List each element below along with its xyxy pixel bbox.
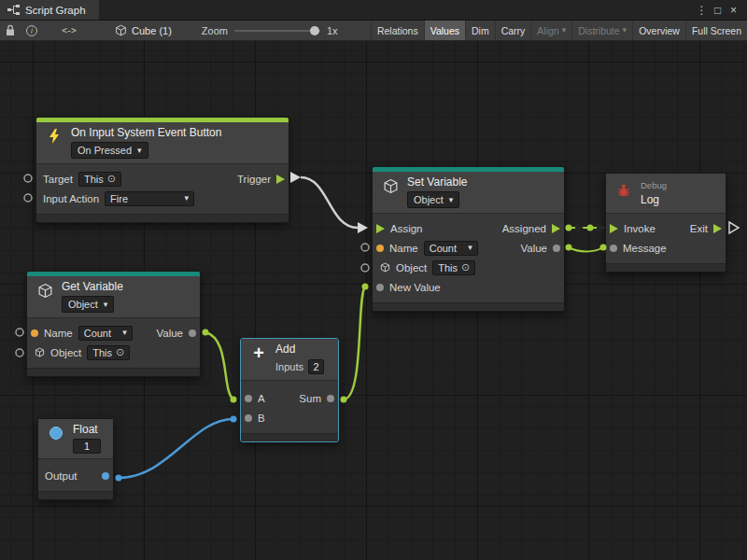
carry-label: Carry [501,25,526,36]
name-row: Name Count ▾ Value [373,238,564,258]
lightning-icon [44,126,64,147]
lock-icon[interactable] [0,21,21,40]
cube-icon [115,24,127,36]
b-port[interactable] [245,414,252,422]
new-value-port[interactable] [376,284,384,291]
sum-port[interactable] [327,395,334,402]
node-get-variable[interactable]: Get Variable Object ▾ Name Count ▾ Value [26,271,201,377]
node-footer [38,491,113,499]
tab-title: Script Graph [25,5,86,16]
target-name: Cube (1) [132,25,172,36]
name-port[interactable] [31,329,38,337]
invoke-port[interactable] [610,224,618,233]
chevron-down-icon: ▾ [623,26,627,35]
name-dropdown[interactable]: Count ▾ [424,241,478,256]
node-title: Set Variable [407,175,467,189]
carry-button[interactable]: Carry [495,21,531,40]
chevron-down-icon: ▾ [449,196,454,204]
getvar-scope-dropdown[interactable]: Object ▾ [62,296,114,313]
chevron-down-icon: ▾ [562,26,567,35]
chevron-down-icon: ▾ [104,301,108,309]
assigned-label: Assigned [502,223,546,234]
message-row: Message [606,238,726,258]
object-chip[interactable]: This ⊙ [87,345,130,360]
node-debug-log[interactable]: Debug Log Invoke Exit Message [605,173,726,273]
node-title: Float [73,423,101,436]
setvar-scope-dropdown[interactable]: Object ▾ [407,191,459,208]
assign-port[interactable] [376,224,385,233]
input-action-dropdown[interactable]: Fire ▾ [105,191,194,206]
new-value-label: New Value [389,282,441,293]
info-icon[interactable]: i [21,21,43,40]
event-mode-dropdown[interactable]: On Pressed ▾ [71,142,148,159]
trigger-port[interactable] [276,175,285,184]
target-picker-icon[interactable]: ⊙ [107,173,116,185]
align-label: Align [537,25,558,36]
fullscreen-button[interactable]: Full Screen [685,21,747,40]
target-value: This [84,174,104,185]
overview-label: Overview [639,25,680,36]
sum-label: Sum [299,393,321,404]
node-title: Log [641,193,667,206]
input-action-label: Input Action [43,193,99,204]
target-picker-icon[interactable]: ⊙ [461,261,470,273]
object-chip[interactable]: This ⊙ [432,260,475,275]
assign-label: Assign [390,223,423,234]
tab-script-graph[interactable]: Script Graph [0,0,99,20]
target-picker-icon[interactable]: ⊙ [116,346,124,358]
getvar-scope-value: Object [68,299,98,310]
object-label: Object [396,262,427,273]
menu-kebab-icon[interactable]: ⋮ [694,4,710,17]
node-title: On Input System Event Button [71,126,221,139]
window-controls: ⋮ □ × [694,0,747,20]
node-add[interactable]: + Add Inputs 2 A Sum B [240,338,339,442]
value-port[interactable] [189,329,196,337]
name-port[interactable] [376,245,384,252]
graph-toolbar: i <-> Cube (1) Zoom 1x Relations Values … [0,21,747,41]
name-label: Name [44,328,73,339]
name-dropdown[interactable]: Count ▾ [78,326,133,341]
invoke-row: Invoke Exit [606,218,726,238]
value-label: Value [520,243,547,254]
event-mode-value: On Pressed [78,145,132,156]
message-port[interactable] [610,245,617,252]
trigger-label: Trigger [237,174,271,185]
node-footer [373,302,564,311]
target-object-chip[interactable]: This ⊙ [78,172,121,187]
node-on-input-system-event-button[interactable]: On Input System Event Button On Pressed … [35,117,289,223]
float-circle-icon [46,423,66,443]
b-label: B [258,413,265,424]
setvar-scope-value: Object [414,194,444,205]
zoom-label: Zoom [202,21,228,40]
align-button[interactable]: Align▾ [530,21,571,40]
bug-icon [613,180,634,201]
name-value: Count [430,243,457,254]
close-icon[interactable]: × [726,4,741,17]
graph-target[interactable]: Cube (1) [109,21,177,40]
values-button[interactable]: Values [424,21,465,40]
inputs-count-field[interactable]: 2 [308,359,324,374]
node-float[interactable]: Float 1 Output [37,418,114,500]
zoom-slider-handle[interactable] [310,26,319,35]
overview-button[interactable]: Overview [632,21,685,40]
fit-window-icon[interactable]: <-> [56,21,81,40]
dim-label: Dim [472,25,489,36]
zoom-slider[interactable] [234,25,320,36]
exit-port[interactable] [713,224,722,233]
node-set-variable[interactable]: Set Variable Object ▾ Assign Assigned Na… [372,166,565,312]
target-row: Target This ⊙ Trigger [36,169,289,189]
float-value-field[interactable]: 1 [73,439,101,454]
relations-button[interactable]: Relations [371,21,424,40]
chevron-down-icon: ▾ [137,147,142,155]
graph-icon [7,5,20,15]
dim-button[interactable]: Dim [465,21,495,40]
assigned-port[interactable] [552,224,560,233]
output-port[interactable] [102,472,109,480]
object-value: This [438,262,458,273]
maximize-icon[interactable]: □ [710,4,726,17]
distribute-button[interactable]: Distribute▾ [571,21,632,40]
value-port[interactable] [553,245,560,252]
b-row: B [241,408,338,427]
distribute-label: Distribute [578,25,619,36]
a-port[interactable] [245,395,252,402]
